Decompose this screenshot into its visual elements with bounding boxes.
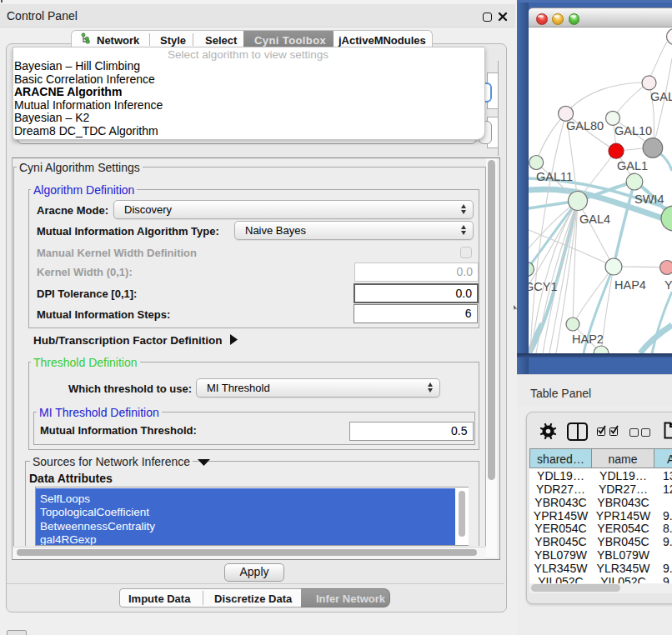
svg-text:GAL80: GAL80 <box>566 119 604 132</box>
svg-text:GAL2: GAL2 <box>650 90 672 103</box>
svg-text:GAL1: GAL1 <box>617 159 648 172</box>
svg-text:SWI4: SWI4 <box>634 192 664 206</box>
svg-text:GAL10: GAL10 <box>614 124 652 138</box>
svg-text:GAL4: GAL4 <box>579 212 610 226</box>
svg-text:HAP2: HAP2 <box>572 332 604 346</box>
svg-text:GCY1: GCY1 <box>529 280 558 293</box>
svg-text:Y: Y <box>664 278 672 292</box>
svg-text:HAP4: HAP4 <box>614 278 646 292</box>
svg-text:GAL11: GAL11 <box>536 170 573 183</box>
